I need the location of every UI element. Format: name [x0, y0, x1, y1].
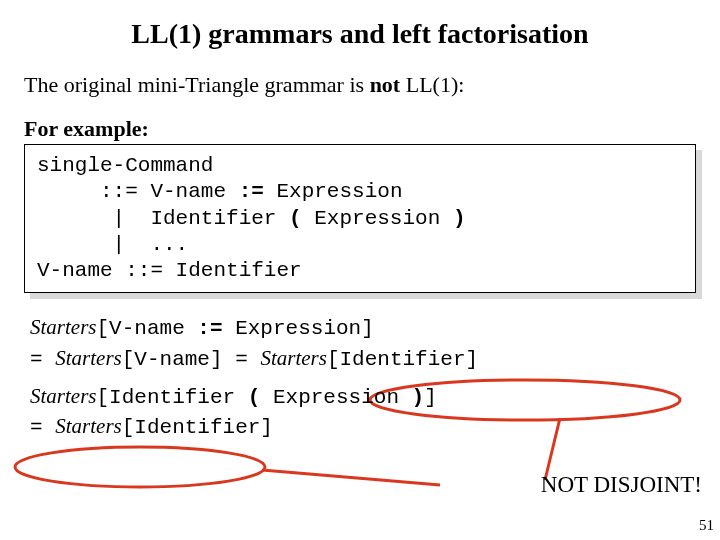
- code-line-3b: Expression: [302, 207, 453, 230]
- starters-word-4: Starters: [30, 384, 97, 408]
- starters-2f: [Identifier]: [122, 416, 273, 439]
- starters-word-1: Starters: [30, 315, 97, 339]
- assign-op: :=: [239, 180, 264, 203]
- starters-block-2: Starters[Identifier ( Expression )] = St…: [30, 382, 696, 443]
- starters-lp: (: [248, 386, 261, 409]
- intro-emph: not: [370, 72, 401, 97]
- code-line-1: single-Command: [37, 154, 213, 177]
- starters-2c: Expression: [260, 386, 411, 409]
- starters-2d: ]: [424, 386, 437, 409]
- code-line-2a: ::= V-name: [37, 180, 239, 203]
- code-line-2b: Expression: [264, 180, 403, 203]
- for-example-label: For example:: [24, 116, 696, 142]
- intro-tail: LL(1):: [400, 72, 464, 97]
- starters-1g: [Identifier]: [327, 348, 478, 371]
- page-number: 51: [699, 517, 714, 534]
- starters-word-3: Starters: [260, 346, 327, 370]
- starters-eq2: =: [223, 348, 261, 371]
- starters-eq1: =: [30, 348, 55, 371]
- starters-1b: [V-name: [97, 317, 198, 340]
- lparen: (: [289, 207, 302, 230]
- starters-1c: Expression]: [223, 317, 374, 340]
- starters-2b: [Identifier: [97, 386, 248, 409]
- starters-block-1: Starters[V-name := Expression] = Starter…: [30, 313, 696, 374]
- starters-eq3: =: [30, 416, 55, 439]
- grammar-code: single-Command ::= V-name := Expression …: [24, 144, 696, 293]
- starters-section: Starters[V-name := Expression] = Starter…: [24, 313, 696, 442]
- starters-1e: [V-name]: [122, 348, 223, 371]
- code-line-3a: | Identifier: [37, 207, 289, 230]
- not-disjoint-label: NOT DISJOINT!: [541, 472, 702, 498]
- grammar-box: single-Command ::= V-name := Expression …: [24, 144, 696, 293]
- intro-text: The original mini-Triangle grammar is: [24, 72, 370, 97]
- slide-title: LL(1) grammars and left factorisation: [24, 18, 696, 50]
- rparen: ): [453, 207, 466, 230]
- code-line-5: V-name ::= Identifier: [37, 259, 302, 282]
- starters-word-2: Starters: [55, 346, 122, 370]
- code-line-4: | ...: [37, 233, 188, 256]
- starters-word-5: Starters: [55, 414, 122, 438]
- starters-rp: ): [412, 386, 425, 409]
- starters-assign: :=: [197, 317, 222, 340]
- intro-line: The original mini-Triangle grammar is no…: [24, 72, 696, 98]
- starters-text: Starters[V-name := Expression] = Starter…: [30, 313, 696, 442]
- slide: LL(1) grammars and left factorisation Th…: [0, 0, 720, 540]
